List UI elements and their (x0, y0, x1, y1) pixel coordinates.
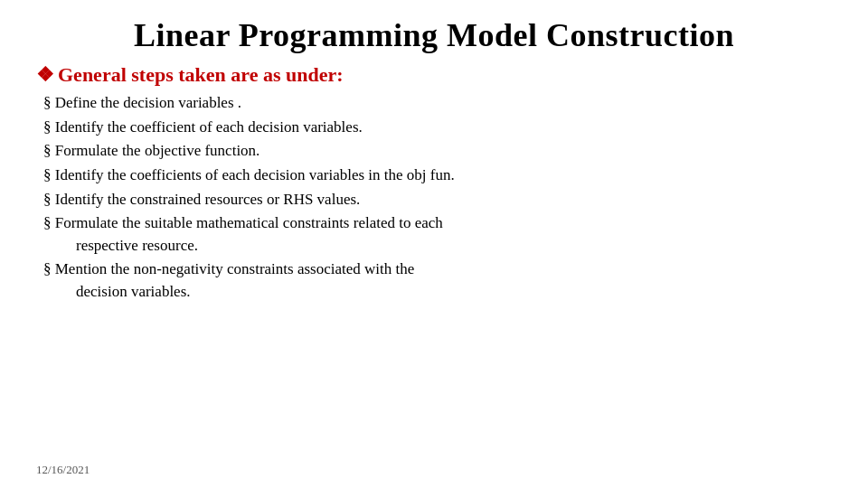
list-item: Identify the coefficient of each decisio… (36, 117, 832, 139)
general-steps-heading: ❖ General steps taken are as under: (36, 63, 832, 87)
list-item-continuation: respective resource. (36, 235, 832, 258)
list-item: Identify the coefficients of each decisi… (36, 164, 832, 187)
list-item: Formulate the objective function. (36, 140, 832, 163)
bullet-list: Define the decision variables . Identify… (36, 92, 832, 305)
list-item: Formulate the suitable mathematical cons… (36, 212, 832, 235)
list-item: Mention the non-negativity constraints a… (36, 258, 832, 281)
heading-text: General steps taken are as under: (58, 63, 344, 87)
list-item: Identify the constrained resources or RH… (36, 189, 832, 211)
list-item-continuation: decision variables. (36, 281, 832, 304)
slide-title: Linear Programming Model Construction (36, 16, 832, 54)
slide-container: Linear Programming Model Construction ❖ … (0, 0, 868, 488)
date-footer: 12/16/2021 (36, 463, 90, 477)
diamond-bullet-icon: ❖ (36, 63, 54, 87)
list-item: Define the decision variables . (36, 92, 832, 115)
